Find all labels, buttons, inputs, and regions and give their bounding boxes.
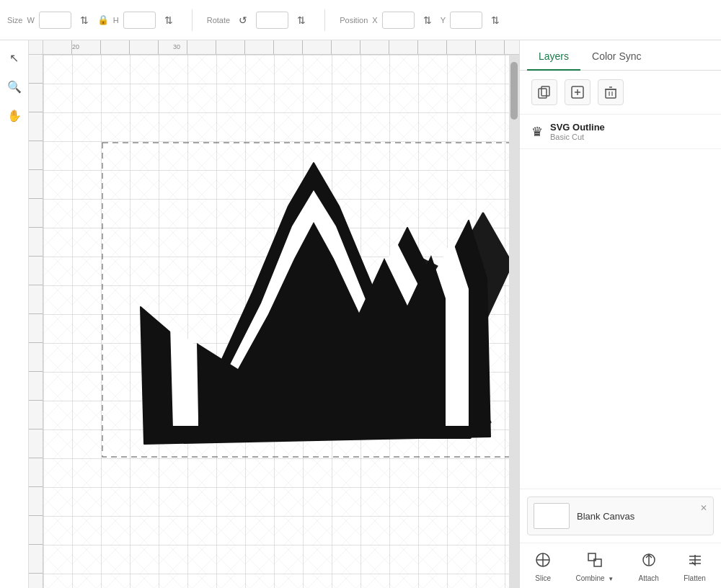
blank-canvas-close[interactable]: ✕ [700,503,707,513]
blank-canvas-thumb [534,503,570,529]
panel-bottom: Blank Canvas ✕ [520,489,721,543]
panel-actions: Slice Combine ▼ [520,543,721,588]
width-label: W [27,16,34,24]
layer-name: SVG Outline [550,122,709,133]
right-panel: Layers Color Sync [519,40,721,588]
combine-group: Combine ▼ [570,549,619,585]
layer-info: SVG Outline Basic Cut [550,122,709,141]
select-tool[interactable]: ↖ [3,46,26,69]
attach-label: Attach [639,574,659,582]
position-label: Position [340,16,368,24]
add-button[interactable] [565,79,590,105]
attach-icon [641,552,657,571]
duplicate-button[interactable] [531,79,557,105]
add-icon [571,86,584,99]
tab-color-sync[interactable]: Color Sync [580,40,653,71]
crown-container[interactable] [101,141,519,458]
blank-canvas-label: Blank Canvas [577,511,634,522]
vertical-scrollbar[interactable] [509,55,519,588]
height-label: H [113,16,119,24]
main-area: ↖ 🔍 ✋ 20 30 [0,40,721,588]
combine-button[interactable]: Combine ▼ [570,549,619,585]
x-label: X [372,16,377,24]
rotate-input[interactable] [256,12,288,29]
svg-rect-5 [539,89,547,98]
flatten-button[interactable]: Flatten [678,549,712,585]
slice-icon [535,552,551,571]
blank-canvas-item[interactable]: Blank Canvas ✕ [527,496,714,535]
layer-type: Basic Cut [550,133,709,141]
ruler-horizontal: 20 30 [29,40,519,55]
svg-rect-10 [606,89,616,98]
width-stepper[interactable]: ⇅ [76,12,93,29]
panel-toolbar [520,71,721,115]
slice-label: Slice [535,574,551,582]
panel-content: ♛ SVG Outline Basic Cut [520,115,721,489]
height-stepper[interactable]: ⇅ [160,12,177,29]
combine-label: Combine ▼ [575,574,614,582]
scrollbar-thumb[interactable] [510,62,518,120]
svg-rect-6 [541,86,549,96]
height-input[interactable] [123,12,156,29]
rotate-label: Rotate [207,16,230,24]
y-stepper[interactable]: ⇅ [487,12,504,29]
position-group: Position X ⇅ Y ⇅ [340,12,504,29]
slice-button[interactable]: Slice [529,549,557,585]
pan-tool[interactable]: ✋ [3,104,26,127]
svg-rect-4 [170,426,472,439]
y-label: Y [441,16,446,24]
lock-icon: 🔒 [97,14,109,25]
divider1 [192,9,193,31]
delete-button[interactable] [598,79,624,105]
width-input[interactable] [39,12,71,29]
y-input[interactable] [450,12,482,29]
ruler-vertical [29,55,43,588]
left-toolbar: ↖ 🔍 ✋ [0,40,29,588]
layer-item[interactable]: ♛ SVG Outline Basic Cut [520,115,721,149]
flatten-label: Flatten [684,574,706,582]
size-group: Size W ⇅ 🔒 H ⇅ [7,12,177,29]
duplicate-icon [538,86,551,99]
divider2 [324,9,325,31]
flatten-icon [687,552,703,571]
x-input[interactable] [382,12,415,29]
rotate-group: Rotate ↺ ⇅ [207,12,310,29]
zoom-tool[interactable]: 🔍 [3,75,26,98]
attach-button[interactable]: Attach [633,549,665,585]
grid-canvas [43,55,519,588]
rotate-stepper[interactable]: ⇅ [293,12,310,29]
crown-svg-main [101,141,519,458]
layer-icon: ♛ [531,124,543,140]
size-label: Size [7,16,22,24]
tab-layers[interactable]: Layers [527,40,580,71]
delete-icon [604,86,617,99]
combine-icon [587,552,603,571]
x-stepper[interactable]: ⇅ [419,12,436,29]
top-toolbar: Size W ⇅ 🔒 H ⇅ Rotate ↺ ⇅ Position X ⇅ Y… [0,0,721,40]
panel-tabs: Layers Color Sync [520,40,721,71]
canvas-area[interactable]: 20 30 [29,40,519,588]
rotate-left-btn[interactable]: ↺ [234,12,252,29]
